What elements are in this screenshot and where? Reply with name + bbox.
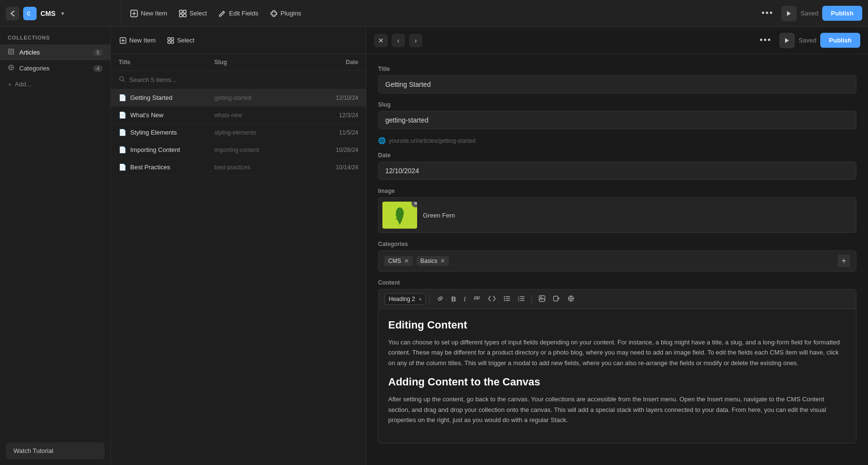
articles-label: Articles <box>19 49 89 56</box>
link-button[interactable] <box>434 293 447 305</box>
svg-point-22 <box>540 297 542 299</box>
svg-point-13 <box>120 77 123 81</box>
editor-panel: ✕ ‹ › ••• Saved Publish Title Slug 🌐 you… <box>366 27 868 465</box>
editor-more-button[interactable]: ••• <box>756 33 775 47</box>
sidebar-item-categories[interactable]: Categories 4 <box>0 60 110 76</box>
add-collection-button[interactable]: + Add... <box>0 76 110 92</box>
heading-select-label: Heading 2 <box>389 296 415 302</box>
ordered-list-button[interactable]: 1.2.3. <box>515 294 528 304</box>
back-button[interactable] <box>6 7 19 20</box>
editor-publish-button[interactable]: Publish <box>820 33 860 48</box>
search-input[interactable] <box>129 76 358 83</box>
svg-rect-12 <box>171 41 174 43</box>
main-layout: Collections Articles 5 Categories 4 + Ad… <box>0 27 868 465</box>
add-label: Add... <box>15 81 31 88</box>
table-row[interactable]: 📄 Importing Content importing-content 10… <box>111 141 366 159</box>
publish-button[interactable]: Publish <box>822 6 862 21</box>
row-doc-icon: 📄 <box>119 94 126 101</box>
row-slug: importing-content <box>215 147 311 153</box>
editor-close-button[interactable]: ✕ <box>374 34 388 47</box>
col-slug: Slug <box>215 59 311 66</box>
categories-badge: 4 <box>93 65 103 72</box>
categories-field-label: Categories <box>378 241 856 247</box>
watch-tutorial-button[interactable]: Watch Tutorial <box>6 442 105 459</box>
toolbar-separator-2 <box>531 295 532 303</box>
content-field-label: Content <box>378 279 856 286</box>
table-row[interactable]: 📄 Getting Started getting-started 12/10/… <box>111 89 366 107</box>
edit-fields-button[interactable]: Edit Fields <box>214 7 263 20</box>
slug-input[interactable] <box>378 111 856 129</box>
articles-icon <box>8 48 15 56</box>
edit-fields-label: Edit Fields <box>229 10 258 17</box>
categories-icon <box>8 64 15 72</box>
col-title: Title <box>119 59 215 66</box>
add-category-button[interactable]: + <box>838 255 850 267</box>
title-input[interactable] <box>378 75 856 94</box>
editor-preview-button[interactable] <box>779 33 795 48</box>
categories-label: Categories <box>19 65 89 72</box>
select-coll-button[interactable]: Select <box>163 34 199 47</box>
topbar: C CMS ▾ New Item Select Edit Fields Plug… <box>0 0 868 27</box>
sidebar: Collections Articles 5 Categories 4 + Ad… <box>0 27 111 465</box>
code-button[interactable] <box>485 294 499 304</box>
globe-icon: 🌐 <box>378 137 386 144</box>
table-header: Title Slug Date <box>111 54 366 71</box>
bullet-list-button[interactable] <box>501 294 513 304</box>
sidebar-item-articles[interactable]: Articles 5 <box>0 44 110 60</box>
svg-text:C: C <box>27 11 30 16</box>
new-item-label: New Item <box>141 10 167 17</box>
content-paragraph-2: After setting up the content, go back to… <box>388 394 846 425</box>
svg-point-15 <box>504 296 505 297</box>
svg-rect-21 <box>539 296 545 301</box>
heading-select[interactable]: Heading 2 ▾ <box>384 293 426 305</box>
sidebar-header: Collections <box>0 27 110 44</box>
row-doc-icon: 📄 <box>119 111 126 119</box>
new-item-coll-button[interactable]: New Item <box>115 34 161 47</box>
search-icon <box>119 76 125 84</box>
plugins-label: Plugins <box>281 10 301 17</box>
editor-next-button[interactable]: › <box>409 34 422 47</box>
new-item-coll-label: New Item <box>129 37 156 44</box>
select-button[interactable]: Select <box>174 7 212 20</box>
insert-video-button[interactable] <box>550 293 563 305</box>
remove-cms-button[interactable]: ✕ <box>404 258 409 264</box>
table-row[interactable]: 📄 Best Practices best-practices 10/14/24 <box>111 159 366 176</box>
category-cms-label: CMS <box>388 258 401 264</box>
insert-image-button[interactable] <box>536 293 548 305</box>
content-paragraph-1: You can choose to set up different types… <box>388 337 846 368</box>
content-body[interactable]: Editing Content You can choose to set up… <box>378 309 856 443</box>
more-button[interactable]: ••• <box>758 6 777 20</box>
row-date: 11/5/24 <box>310 129 358 136</box>
toolbar-separator <box>430 295 430 303</box>
image-field: ✕ Green Fern <box>378 197 856 233</box>
quote-button[interactable] <box>471 294 483 304</box>
content-toolbar: Heading 2 ▾ B I 1.2.3 <box>378 289 856 309</box>
insert-embed-button[interactable] <box>565 293 577 305</box>
remove-basics-button[interactable]: ✕ <box>440 258 445 264</box>
svg-rect-23 <box>554 296 558 301</box>
categories-field: CMS ✕ Basics ✕ + <box>378 250 856 272</box>
svg-rect-5 <box>179 14 182 17</box>
svg-text:3.: 3. <box>518 299 520 301</box>
select-coll-label: Select <box>177 37 194 44</box>
col-date: Date <box>310 59 358 66</box>
date-input[interactable] <box>378 162 856 180</box>
editor-prev-button[interactable]: ‹ <box>392 34 405 47</box>
italic-button[interactable]: I <box>461 294 469 304</box>
new-item-button[interactable]: New Item <box>125 7 172 20</box>
table-row[interactable]: 📄 Styling Elements styling-elements 11/5… <box>111 124 366 141</box>
svg-rect-11 <box>168 41 170 43</box>
row-date: 10/14/24 <box>310 164 358 171</box>
editor-saved-status: Saved <box>799 37 816 44</box>
preview-button[interactable] <box>781 6 797 21</box>
cms-dropdown-button[interactable]: ▾ <box>59 9 66 18</box>
editor-topbar-right: ••• Saved Publish <box>756 33 860 48</box>
row-date: 10/26/24 <box>310 147 358 153</box>
topbar-actions: New Item Select Edit Fields Plugins <box>125 7 754 20</box>
table-row[interactable]: 📄 What's New whats-new 12/3/24 <box>111 107 366 124</box>
content-heading-2: Adding Content to the Canvas <box>388 376 846 388</box>
row-doc-icon: 📄 <box>119 129 126 136</box>
plugins-button[interactable]: Plugins <box>265 7 306 20</box>
search-row <box>111 71 366 89</box>
bold-button[interactable]: B <box>448 294 459 304</box>
